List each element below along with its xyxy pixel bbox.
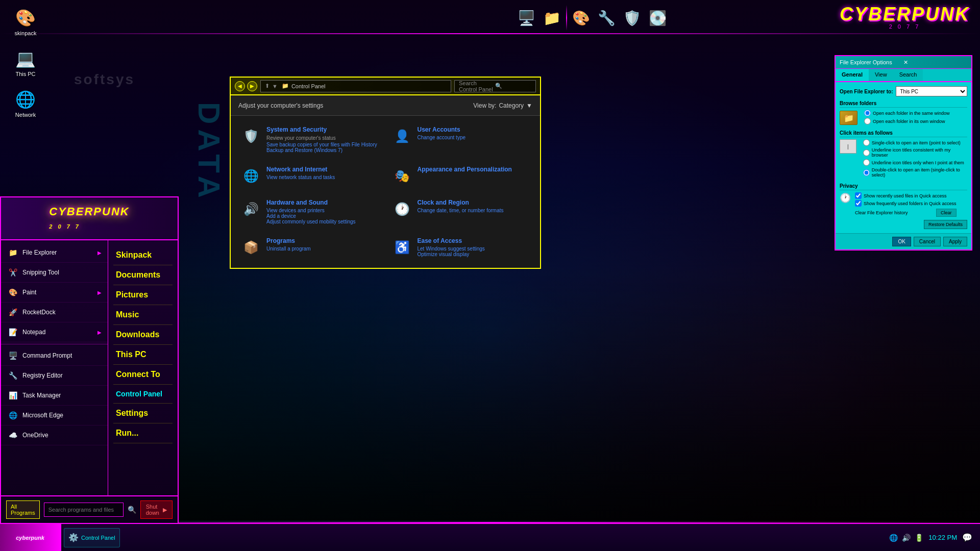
start-menu-item-snipping-tool[interactable]: ✂️ Snipping Tool	[1, 263, 108, 283]
sm-right-settings[interactable]: Settings	[113, 404, 173, 423]
search-programs-input[interactable]	[44, 503, 124, 517]
taskbar-system-icons: 🌐 🔊 🔋	[889, 534, 923, 542]
cp-appearance-icon: 🎭	[392, 166, 412, 186]
cp-network-internet-title[interactable]: Network and Internet	[266, 166, 335, 173]
cp-hardware-link2[interactable]: Add a device	[266, 213, 356, 219]
cp-appearance[interactable]: 🎭 Appearance and Personalization	[389, 163, 533, 189]
start-menu-item-command-prompt[interactable]: 🖥️ Command Prompt	[1, 346, 108, 366]
taskbar-notification-icon[interactable]: 💬	[962, 533, 972, 542]
cp-hardware-link3[interactable]: Adjust commonly used mobility settings	[266, 219, 356, 224]
cp-programs-link1[interactable]: Uninstall a program	[266, 246, 311, 252]
sm-right-control-panel[interactable]: Control Panel	[113, 385, 173, 404]
sm-right-this-pc[interactable]: This PC	[113, 345, 173, 365]
dock-icon-2[interactable]: 📁	[541, 7, 564, 30]
cp-clock-region[interactable]: 🕐 Clock and Region Change date, time, or…	[389, 196, 533, 227]
fe-clear-button[interactable]: Clear	[936, 209, 957, 217]
fe-ok-button[interactable]: OK	[892, 237, 911, 246]
cp-ease-link2[interactable]: Optimize visual display	[418, 252, 485, 257]
desktop-icon-skinpack[interactable]: 🎨 skinpack	[5, 8, 46, 36]
fe-browse-opt2: Open each folder in its own window	[864, 118, 950, 124]
cp-ease-title[interactable]: Ease of Access	[418, 237, 485, 244]
start-menu-left-panel: 📁 File Explorer ▶ ✂️ Snipping Tool 🎨 Pai…	[1, 240, 108, 495]
start-menu-item-task-manager[interactable]: 📊 Task Manager	[1, 386, 108, 406]
dock-icon-3[interactable]: 🎨	[570, 7, 593, 30]
sm-right-music[interactable]: Music	[113, 305, 173, 325]
tab-view[interactable]: View	[869, 69, 893, 81]
fe-privacy-section: Privacy 🕐 Show recently used files in Qu…	[840, 183, 967, 217]
desktop-icon-this-pc[interactable]: 💻 This PC	[5, 48, 46, 77]
tab-general[interactable]: General	[836, 69, 869, 81]
cp-network-internet[interactable]: 🌐 Network and Internet View network stat…	[238, 163, 382, 189]
sm-right-connect-to[interactable]: Connect To	[113, 365, 173, 385]
fe-priv-check2-input[interactable]	[855, 200, 862, 207]
shutdown-button[interactable]: Shut down ▶	[140, 500, 173, 519]
all-programs-button[interactable]: All Programs	[6, 500, 40, 519]
search-programs-icon[interactable]: 🔍	[128, 506, 136, 514]
cp-user-accounts-link1[interactable]: Change account type	[418, 135, 466, 140]
start-menu-item-notepad[interactable]: 📝 Notepad ▶	[1, 322, 108, 342]
nav-back-button[interactable]: ◀	[235, 81, 245, 91]
start-menu: CYBERPUNK 2 0 7 7 📁 File Explorer ▶ ✂️ S…	[0, 196, 179, 523]
desktop-icon-network[interactable]: 🌐 Network	[5, 89, 46, 118]
fe-cancel-button[interactable]: Cancel	[914, 237, 941, 246]
control-panel-window: ◀ ▶ ⬆ ▼ 📁 Control Panel Search Control P…	[230, 77, 541, 269]
start-menu-item-rocketdock[interactable]: 🚀 RocketDock	[1, 303, 108, 322]
sm-right-pictures[interactable]: Pictures	[113, 285, 173, 305]
fe-dialog-footer: OK Cancel Apply	[836, 233, 971, 249]
start-menu-item-onedrive[interactable]: ☁️ OneDrive	[1, 425, 108, 445]
tab-search[interactable]: Search	[893, 69, 923, 81]
sm-right-skinpack[interactable]: Skinpack	[113, 245, 173, 265]
fe-close-button[interactable]: ✕	[903, 59, 967, 66]
start-menu-item-microsoft-edge[interactable]: 🌐 Microsoft Edge	[1, 406, 108, 425]
cp-system-security-link1: Review your computer's status	[266, 135, 377, 142]
cp-clock-region-title[interactable]: Clock and Region	[418, 199, 504, 206]
cp-hardware-sound[interactable]: 🔊 Hardware and Sound View devices and pr…	[238, 196, 382, 227]
fe-apply-button[interactable]: Apply	[943, 237, 967, 246]
view-by-dropdown[interactable]: View by: Category ▼	[473, 102, 532, 109]
fe-click-opt1: Single-click to open an item (point to s…	[863, 139, 967, 146]
cp-network-internet-link1[interactable]: View network status and tasks	[266, 174, 335, 180]
dock-icon-4[interactable]: 🔧	[595, 7, 618, 30]
start-menu-item-registry-editor[interactable]: 🔧 Registry Editor	[1, 366, 108, 386]
taskbar-volume-icon[interactable]: 🔊	[902, 534, 911, 542]
titlebar-nav: ◀ ▶	[235, 81, 257, 91]
dock-icon-5[interactable]: 🛡️	[621, 7, 644, 30]
taskbar-item-control-panel[interactable]: ⚙️ Control Panel	[64, 528, 120, 547]
taskbar-right: 🌐 🔊 🔋 10:22 PM 💬	[889, 533, 980, 542]
dock-icon-6[interactable]: 💽	[646, 7, 669, 30]
fe-open-to-select[interactable]: This PC	[896, 86, 967, 96]
sm-right-downloads[interactable]: Downloads	[113, 325, 173, 345]
cp-hardware-sound-title[interactable]: Hardware and Sound	[266, 199, 356, 206]
cp-system-security-link3[interactable]: Backup and Restore (Windows 7)	[266, 147, 377, 153]
cp-appearance-title[interactable]: Appearance and Personalization	[418, 166, 512, 173]
search-control-panel[interactable]: Search Control Panel 🔍	[454, 80, 536, 92]
sm-right-run[interactable]: Run...	[113, 423, 173, 443]
start-menu-item-file-explorer[interactable]: 📁 File Explorer ▶	[1, 243, 108, 263]
fe-open-to-section: Open File Explorer to: This PC	[840, 86, 967, 96]
cp-user-accounts-title[interactable]: User Accounts	[418, 126, 466, 133]
fe-priv-check1-input[interactable]	[855, 192, 862, 199]
cp-programs[interactable]: 📦 Programs Uninstall a program	[238, 235, 382, 260]
cp-programs-title[interactable]: Programs	[266, 237, 311, 244]
address-bar[interactable]: ⬆ ▼ 📁 Control Panel	[260, 80, 451, 92]
cp-system-security[interactable]: 🛡️ System and Security Review your compu…	[238, 123, 382, 156]
dock-icon-1[interactable]: 🖥️	[515, 7, 538, 30]
taskbar-start-button[interactable]: cyberpunk	[0, 524, 61, 551]
cp-ease-link1[interactable]: Let Windows suggest settings	[418, 246, 485, 252]
start-menu-item-paint[interactable]: 🎨 Paint ▶	[1, 283, 108, 303]
control-panel-titlebar: ◀ ▶ ⬆ ▼ 📁 Control Panel Search Control P…	[231, 78, 540, 95]
cp-clock-link1[interactable]: Change date, time, or number formats	[418, 208, 504, 213]
cp-user-accounts[interactable]: 👤 User Accounts Change account type	[389, 123, 533, 156]
cp-hardware-link1[interactable]: View devices and printers	[266, 208, 356, 213]
fe-open-to-label: Open File Explorer to:	[840, 89, 893, 94]
fe-privacy-icon: 🕐	[840, 192, 851, 204]
fe-click-opt3: Underline icon titles only when I point …	[863, 159, 967, 166]
cp-system-security-title[interactable]: System and Security	[266, 126, 377, 133]
sm-right-documents[interactable]: Documents	[113, 265, 173, 285]
nav-forward-button[interactable]: ▶	[247, 81, 257, 91]
cp-ease-of-access[interactable]: ♿ Ease of Access Let Windows suggest set…	[389, 235, 533, 260]
fe-restore-defaults-button[interactable]: Restore Defaults	[924, 220, 967, 229]
taskbar-time: 10:22 PM	[928, 534, 957, 541]
fe-dialog-titlebar: File Explorer Options ✕	[836, 56, 971, 69]
cp-system-security-link2[interactable]: Save backup copies of your files with Fi…	[266, 142, 377, 147]
